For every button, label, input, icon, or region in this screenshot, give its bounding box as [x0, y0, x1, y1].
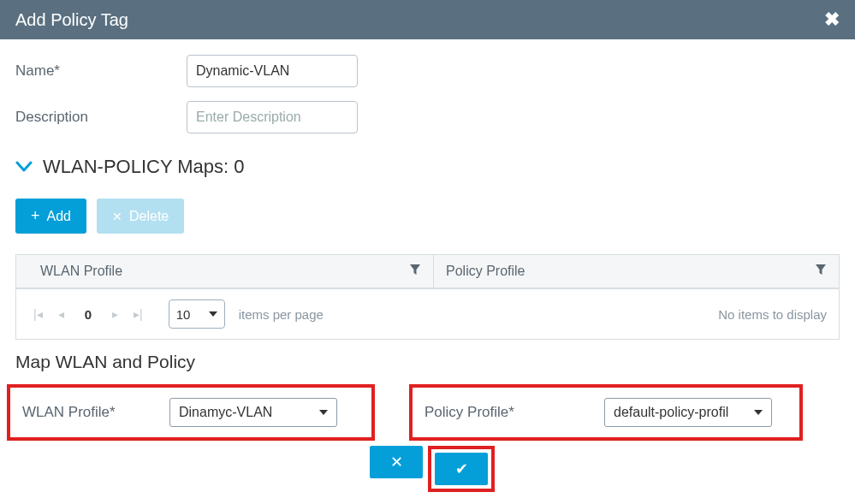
caret-down-icon [754, 410, 763, 415]
filter-icon[interactable] [409, 264, 421, 279]
section-title: WLAN-POLICY Maps: 0 [43, 156, 245, 178]
name-input[interactable] [187, 55, 358, 87]
items-per-page-label: items per page [239, 307, 324, 322]
description-row: Description [0, 94, 855, 140]
wlan-profile-label: WLAN Profile* [22, 404, 169, 421]
policy-profile-label: Policy Profile* [425, 404, 604, 421]
name-label: Name* [15, 62, 169, 80]
col-wlan-profile[interactable]: WLAN Profile [16, 255, 434, 288]
policy-profile-highlight: Policy Profile* default-policy-profil [409, 384, 803, 441]
button-row: Add Delete [0, 193, 855, 239]
filter-icon[interactable] [815, 264, 827, 279]
description-label: Description [15, 109, 169, 126]
pager-first-icon[interactable]: |◂ [28, 305, 48, 323]
empty-state-text: No items to display [718, 307, 827, 322]
delete-button: Delete [97, 199, 184, 234]
wlan-profile-highlight: WLAN Profile* Dinamyc-VLAN [7, 384, 375, 441]
plus-icon [31, 207, 40, 225]
pager-prev-icon[interactable]: ◂ [53, 305, 69, 323]
x-icon: ✕ [390, 453, 403, 471]
map-section-title: Map WLAN and Policy [0, 340, 855, 377]
caret-down-icon [319, 410, 328, 415]
modal-header: Add Policy Tag ✖ [0, 0, 855, 39]
check-icon: ✔ [455, 460, 468, 478]
wlan-policy-section-header[interactable]: WLAN-POLICY Maps: 0 [0, 140, 855, 193]
map-row: WLAN Profile* Dinamyc-VLAN Policy Profil… [0, 377, 855, 442]
close-icon[interactable]: ✖ [824, 9, 840, 31]
pager: |◂ ◂ 0 ▸ ▸| 10 items per page No items t… [16, 288, 839, 339]
page-size-select[interactable]: 10 [169, 299, 225, 329]
confirm-button[interactable]: ✔ [435, 453, 488, 485]
action-row: ✕ ✔ [370, 446, 855, 492]
description-input[interactable] [187, 101, 358, 133]
cancel-button[interactable]: ✕ [370, 446, 423, 478]
caret-down-icon [209, 311, 217, 317]
chevron-down-icon[interactable] [15, 157, 33, 177]
confirm-highlight: ✔ [428, 446, 495, 492]
x-icon [112, 209, 122, 224]
pager-last-icon[interactable]: ▸| [128, 305, 148, 323]
pager-page: 0 [74, 307, 102, 322]
col-policy-profile[interactable]: Policy Profile [434, 255, 839, 288]
maps-table: WLAN Profile Policy Profile |◂ ◂ 0 ▸ ▸| … [15, 254, 840, 340]
add-button[interactable]: Add [15, 199, 86, 234]
name-row: Name* [0, 48, 855, 94]
pager-next-icon[interactable]: ▸ [107, 305, 123, 323]
policy-profile-select[interactable]: default-policy-profil [604, 398, 772, 427]
wlan-profile-select[interactable]: Dinamyc-VLAN [169, 398, 337, 427]
table-header: WLAN Profile Policy Profile [16, 255, 839, 288]
modal-title: Add Policy Tag [15, 10, 128, 30]
